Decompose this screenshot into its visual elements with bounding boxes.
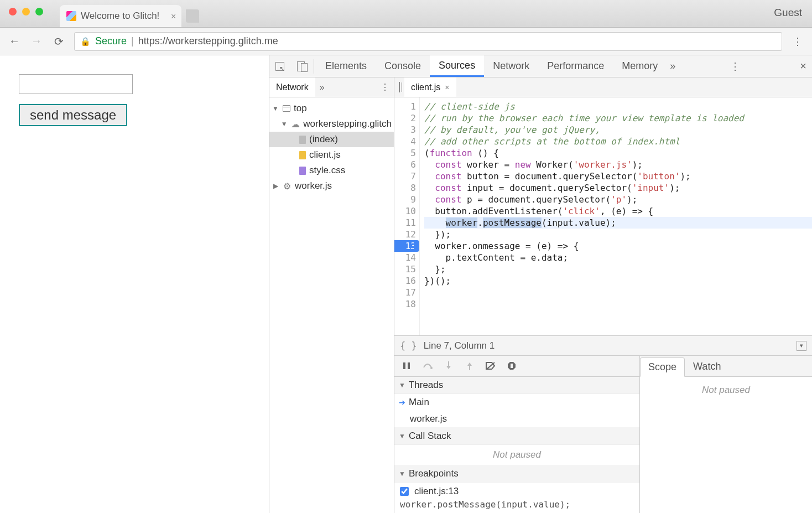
devtools-close-icon[interactable]: × (800, 60, 806, 72)
scope-status: Not paused (640, 380, 812, 400)
editor-status-bar: { } Line 7, Column 1 ▾ (394, 335, 812, 355)
debugger-toolbar (394, 356, 639, 377)
deactivate-breakpoints-button[interactable] (485, 360, 496, 371)
file-tree: ▼top ▼☁workerstepping.glitch (index) cli… (269, 97, 394, 513)
breakpoints-header[interactable]: ▼Breakpoints (394, 465, 639, 483)
tree-label: (index) (309, 134, 338, 145)
close-tab-icon[interactable]: × (171, 12, 176, 22)
devtools-settings-icon[interactable]: ⋮ (730, 60, 740, 72)
tree-label: style.css (309, 165, 345, 176)
favicon-icon (66, 11, 76, 21)
tab-overflow-icon[interactable]: » (670, 60, 675, 72)
chrome-menu-icon[interactable]: ⋮ (791, 35, 804, 48)
threads-list: Main worker.js (394, 394, 639, 427)
code-area[interactable]: // client-side js// run by the browser e… (420, 97, 812, 335)
send-message-button[interactable]: send message (19, 104, 127, 126)
navigator-menu-icon[interactable]: ⋮ (381, 82, 389, 92)
traffic-lights (9, 8, 43, 15)
code-editor[interactable]: 123456789101112131415161718 // client-si… (394, 97, 812, 335)
device-toolbar-icon[interactable] (290, 61, 311, 71)
separator: | (131, 35, 134, 47)
svg-marker-6 (467, 362, 472, 366)
breakpoint-checkbox[interactable] (400, 487, 409, 496)
svg-marker-4 (446, 366, 451, 369)
step-into-button (443, 360, 454, 371)
tab-performance[interactable]: Performance (538, 55, 613, 77)
tree-file-stylecss[interactable]: style.css (269, 163, 394, 178)
breakpoint-label: client.js:13 (414, 486, 459, 497)
editor-tabs: client.js × (394, 77, 812, 97)
svg-rect-0 (403, 362, 405, 369)
svg-rect-1 (408, 362, 410, 369)
tree-frame-top[interactable]: ▼top (269, 101, 394, 116)
callstack-header[interactable]: ▼Call Stack (394, 427, 639, 445)
scope-watch-tabs: Scope Watch (640, 356, 812, 377)
gear-icon: ⚙ (283, 182, 292, 190)
url-text: https://workerstepping.glitch.me (138, 35, 278, 47)
svg-line-8 (487, 362, 495, 369)
tab-memory[interactable]: Memory (613, 55, 667, 77)
thread-main[interactable]: Main (394, 394, 639, 411)
editor-tab-clientjs[interactable]: client.js × (404, 77, 456, 97)
tab-watch[interactable]: Watch (685, 357, 729, 376)
minimize-window-icon[interactable] (22, 8, 30, 15)
debugger-pane: ▼Threads Main worker.js ▼Call Stack Not … (394, 355, 812, 513)
tab-network[interactable]: Network (484, 55, 538, 77)
tree-file-index[interactable]: (index) (269, 132, 394, 147)
callstack-status: Not paused (394, 445, 639, 465)
step-out-button (464, 360, 475, 371)
address-bar: ← → ⟳ 🔒 Secure | https://workerstepping.… (0, 28, 812, 55)
tree-label: top (294, 103, 307, 114)
pause-on-exceptions-button[interactable] (506, 360, 517, 371)
toggle-navigator-icon[interactable] (394, 82, 404, 92)
tab-title: Welcome to Glitch! (81, 11, 159, 22)
css-file-icon (299, 167, 306, 175)
thread-worker[interactable]: worker.js (394, 411, 639, 427)
breakpoint-item[interactable]: client.js:13 (394, 483, 639, 499)
line-gutter[interactable]: 123456789101112131415161718 (394, 97, 420, 335)
toggle-drawer-icon[interactable]: ▾ (797, 341, 806, 351)
tree-file-clientjs[interactable]: client.js (269, 147, 394, 163)
inspect-element-icon[interactable] (269, 62, 290, 71)
pause-button[interactable] (401, 360, 412, 371)
webpage-viewport: send message (0, 55, 269, 513)
pretty-print-icon[interactable]: { } (400, 340, 417, 351)
profile-label[interactable]: Guest (774, 7, 802, 19)
tree-label: workerstepping.glitch (303, 118, 392, 129)
new-tab-button[interactable] (186, 9, 199, 23)
maximize-window-icon[interactable] (35, 8, 43, 15)
navigator-overflow-icon[interactable]: » (315, 82, 329, 92)
tree-worker[interactable]: ▶⚙worker.js (269, 178, 394, 194)
close-window-icon[interactable] (9, 8, 17, 15)
debugger-right: Scope Watch Not paused (640, 356, 812, 513)
omnibox[interactable]: 🔒 Secure | https://workerstepping.glitch… (74, 32, 782, 51)
navigator-pane: Network » ⋮ ▼top ▼☁workerstepping.glitch… (269, 77, 394, 513)
navigator-tabs: Network » ⋮ (269, 77, 394, 97)
message-input[interactable] (19, 74, 133, 94)
debugger-left: ▼Threads Main worker.js ▼Call Stack Not … (394, 356, 640, 513)
section-title: Breakpoints (409, 468, 459, 479)
tab-sources[interactable]: Sources (430, 55, 484, 77)
tree-domain[interactable]: ▼☁workerstepping.glitch (269, 116, 394, 132)
close-tab-icon[interactable]: × (445, 83, 449, 92)
separator (314, 59, 314, 74)
step-over-button (422, 360, 433, 371)
back-button[interactable]: ← (8, 35, 21, 48)
tree-label: client.js (309, 149, 341, 160)
tab-scope[interactable]: Scope (640, 357, 685, 377)
browser-tab[interactable]: Welcome to Glitch! × (60, 5, 181, 27)
section-title: Call Stack (409, 431, 451, 442)
sources-body: Network » ⋮ ▼top ▼☁workerstepping.glitch… (269, 77, 812, 513)
breakpoint-code: worker.postMessage(input.value); (394, 499, 639, 513)
threads-header[interactable]: ▼Threads (394, 377, 639, 395)
editor-pane: client.js × 123456789101112131415161718 … (394, 77, 812, 513)
reload-button[interactable]: ⟳ (52, 35, 65, 48)
navigator-tab-network[interactable]: Network (269, 77, 315, 97)
frame-icon (283, 105, 290, 112)
tab-console[interactable]: Console (376, 55, 430, 77)
svg-rect-10 (511, 364, 513, 368)
secure-label: Secure (95, 35, 127, 47)
tab-elements[interactable]: Elements (316, 55, 376, 77)
cursor-position: Line 7, Column 1 (424, 340, 495, 351)
tree-label: worker.js (295, 180, 332, 191)
